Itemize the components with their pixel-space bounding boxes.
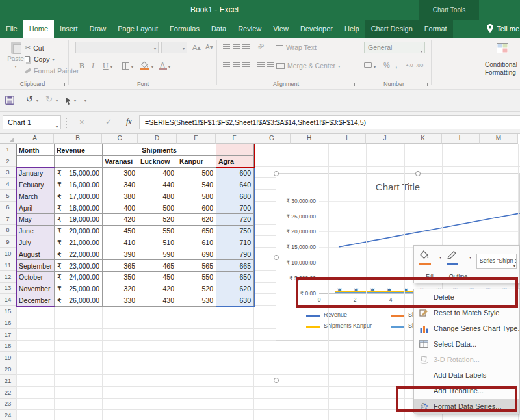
cell-value[interactable]: 790 (216, 248, 254, 260)
shrink-font-button[interactable]: A▾ (205, 44, 213, 51)
cell-value[interactable]: 620 (216, 283, 254, 295)
menu-item-3-d-rotation[interactable]: 3-D Rotation... (414, 352, 519, 367)
row-header-7[interactable]: 7 (0, 213, 16, 225)
row-header-24[interactable]: 24 (0, 410, 16, 420)
cell-revenue[interactable]: ₹19,000.00 (55, 214, 103, 226)
menu-item-reset-to-match-style[interactable]: Reset to Match Style (414, 305, 519, 321)
cell-value[interactable]: 365 (103, 260, 138, 272)
wrap-text-button[interactable]: Wrap Text (276, 44, 317, 51)
cell-value[interactable]: 565 (177, 260, 216, 272)
row-header-23[interactable]: 23 (0, 399, 16, 410)
column-header-f[interactable]: F (216, 134, 254, 144)
number-dialog-launcher[interactable] (424, 83, 428, 86)
cell-value[interactable]: 430 (138, 295, 177, 306)
cell-month[interactable]: May (17, 214, 55, 226)
cell-shipments-header[interactable]: Shipments (103, 144, 216, 156)
grow-font-button[interactable]: A▴ (192, 44, 201, 52)
cell-value[interactable]: 720 (216, 214, 254, 226)
cell-revenue[interactable]: ₹25,000.00 (55, 283, 103, 295)
cell-value[interactable]: 600 (177, 202, 216, 214)
row-header-1[interactable]: 1 (0, 144, 16, 155)
cell-value[interactable]: 690 (177, 248, 216, 260)
selected-point-marker[interactable]: ×× (382, 287, 394, 293)
cell-city-lucknow[interactable]: Lucknow (138, 156, 177, 168)
cell-value[interactable]: 580 (177, 190, 216, 202)
menu-item-add-trendline[interactable]: Add Trendline... (414, 383, 519, 399)
fill-color-button[interactable] (140, 60, 150, 72)
tab-developer[interactable]: Developer (294, 20, 339, 38)
menu-item-change-series-chart-type[interactable]: Change Series Chart Type... (414, 321, 519, 336)
column-header-a[interactable]: A (16, 134, 54, 144)
row-header-12[interactable]: 12 (0, 271, 16, 283)
cell-value[interactable]: 320 (103, 283, 138, 295)
decrease-indent-icon[interactable] (257, 62, 265, 68)
cell-value[interactable]: 610 (177, 237, 216, 248)
cell-revenue[interactable]: ₹24,000.00 (55, 272, 103, 283)
cell-value[interactable]: 340 (103, 179, 138, 190)
cell-value[interactable]: 330 (103, 295, 138, 306)
cell-revenue[interactable]: ₹15,000.00 (55, 168, 103, 179)
cell-value[interactable]: 540 (177, 179, 216, 190)
column-header-c[interactable]: C (102, 134, 138, 144)
cell-value[interactable]: 750 (216, 226, 254, 237)
font-size-select[interactable]: ▾ (161, 42, 187, 53)
cell-month[interactable]: November (17, 283, 55, 295)
column-header-b[interactable]: B (54, 134, 102, 144)
enter-icon[interactable]: ✓ (105, 117, 112, 126)
cell-value[interactable]: 510 (138, 237, 177, 248)
format-painter-button[interactable]: Format Painter (25, 67, 79, 75)
insert-function-icon[interactable]: fx (126, 117, 132, 127)
cell-value[interactable]: 620 (177, 214, 216, 226)
selected-point-marker[interactable]: ×× (366, 287, 378, 293)
percent-style-button[interactable]: % (384, 61, 390, 69)
column-header-k[interactable]: K (404, 134, 442, 144)
tab-formulas[interactable]: Formulas (164, 20, 205, 38)
align-center-icon[interactable] (233, 62, 240, 68)
row-header-3[interactable]: 3 (0, 167, 16, 179)
font-dialog-launcher[interactable] (211, 83, 214, 86)
menu-item-format-data-series[interactable]: Format Data Series... (414, 399, 519, 414)
number-format-select[interactable]: General ▾ (364, 42, 425, 53)
underline-button[interactable]: U (103, 61, 109, 71)
row-header-4[interactable]: 4 (0, 178, 16, 190)
tell-me[interactable]: Tell me (487, 20, 520, 38)
cell-series-name-1[interactable] (216, 144, 254, 156)
cell-value[interactable]: 680 (216, 190, 254, 202)
cell-month[interactable]: January (17, 168, 55, 179)
tab-format[interactable]: Format (419, 20, 453, 38)
cell-revenue[interactable]: ₹16,000.00 (55, 179, 103, 190)
increase-decimal-button[interactable]: +.0 (406, 62, 413, 68)
merge-center-button[interactable]: Merge & Center ▾ (276, 62, 340, 70)
cell-month[interactable]: March (17, 190, 55, 202)
cell-value[interactable]: 550 (177, 272, 216, 283)
tab-chart-design[interactable]: Chart Design (365, 20, 419, 38)
row-header-9[interactable]: 9 (0, 236, 16, 248)
clipboard-dialog-launcher[interactable] (61, 83, 65, 86)
cell-value[interactable]: 410 (103, 237, 138, 248)
menu-item-delete[interactable]: Delete (414, 289, 519, 305)
tab-file[interactable]: File (0, 20, 23, 38)
customize-qat-icon[interactable]: ▾ (84, 98, 86, 103)
column-header-d[interactable]: D (138, 134, 177, 144)
column-header-m[interactable]: M (480, 134, 518, 144)
cell-value[interactable]: 480 (138, 190, 177, 202)
row-header-5[interactable]: 5 (0, 190, 16, 202)
cell-month[interactable]: Febuary (17, 179, 55, 190)
decrease-decimal-button[interactable]: .00 (416, 62, 423, 68)
italic-button[interactable]: I (92, 61, 94, 71)
cell-value[interactable]: 650 (216, 272, 254, 283)
row-header-20[interactable]: 20 (0, 363, 16, 375)
menu-item-add-data-labels[interactable]: Add Data Labels (414, 367, 519, 383)
tab-view[interactable]: View (267, 20, 294, 38)
cell-revenue[interactable]: ₹20,000.00 (55, 226, 103, 237)
cell-value[interactable]: 400 (138, 168, 177, 179)
selected-point-marker[interactable]: ×× (333, 287, 344, 293)
borders-button[interactable] (122, 62, 129, 70)
cell-month[interactable]: August (17, 248, 55, 260)
cell-value[interactable]: 400 (103, 202, 138, 214)
align-top-icon[interactable] (223, 44, 230, 50)
bold-button[interactable]: B (79, 61, 84, 71)
cell-value[interactable]: 700 (216, 202, 254, 214)
cell-revenue[interactable]: ₹22,000.00 (55, 248, 103, 260)
column-header-h[interactable]: H (291, 134, 328, 144)
